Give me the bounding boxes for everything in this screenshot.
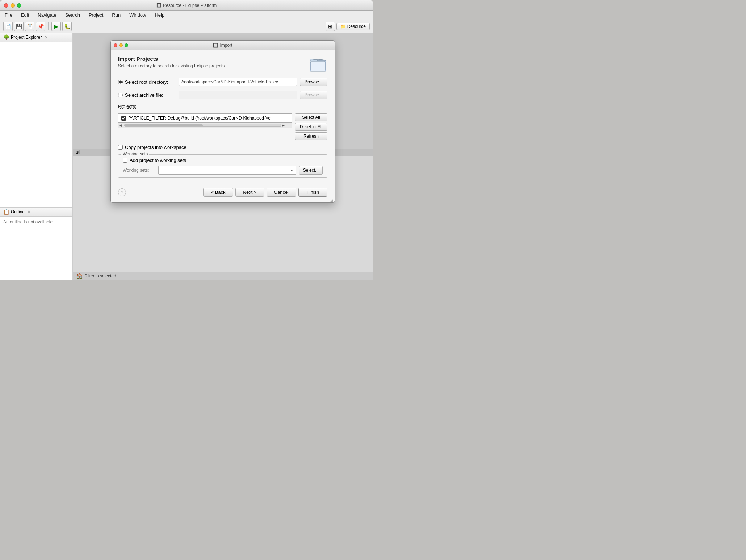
- maximize-button[interactable]: [17, 3, 21, 8]
- dialog-close-button[interactable]: [114, 43, 117, 47]
- toolbar-right: ⊞ 📁 Resource: [326, 22, 370, 31]
- archive-radio-label[interactable]: Select archive file:: [118, 92, 176, 98]
- dialog-min-button[interactable]: [119, 43, 123, 47]
- project-side-buttons: Select All Deselect All Refresh: [295, 113, 327, 140]
- refresh-button[interactable]: Refresh: [295, 132, 327, 140]
- dialog-titlebar: 🔲 Import: [111, 41, 335, 50]
- content-area: 🌳 Project Explorer ✕ 📋 Outline ✕ An outl…: [0, 33, 373, 280]
- archive-label: Select archive file:: [125, 92, 163, 98]
- add-ws-checkbox[interactable]: [123, 158, 127, 163]
- archive-browse-button[interactable]: Browse...: [300, 91, 327, 99]
- debug-button[interactable]: 🐛: [62, 22, 72, 31]
- root-dir-label: Select root directory:: [125, 79, 168, 85]
- main-window: 🔲 Resource - Eclipse Platform File Edit …: [0, 0, 373, 280]
- back-button[interactable]: < Back: [203, 188, 233, 197]
- minimize-button[interactable]: [11, 3, 15, 8]
- explorer-close-icon[interactable]: ✕: [45, 35, 48, 40]
- dialog-header-title: Import Projects: [118, 56, 226, 62]
- menu-edit[interactable]: Edit: [20, 12, 30, 18]
- dialog-body: Import Projects Select a directory to se…: [111, 50, 335, 184]
- cancel-button[interactable]: Cancel: [267, 188, 296, 197]
- working-sets-legend: Working sets: [121, 151, 149, 156]
- explorer-content: [0, 42, 72, 207]
- dialog-header-text: Import Projects Select a directory to se…: [118, 56, 226, 68]
- scrollbar-thumb[interactable]: [125, 124, 203, 126]
- root-dir-radio-label[interactable]: Select root directory:: [118, 79, 176, 85]
- outline-tab[interactable]: 📋 Outline ✕: [0, 208, 72, 217]
- menu-run[interactable]: Run: [110, 12, 122, 18]
- close-button[interactable]: [4, 3, 8, 8]
- resize-handle[interactable]: ◢: [330, 198, 335, 202]
- toolbar: 📄 💾 📋 📌 ▶ 🐛 ⊞ 📁 Resource: [0, 20, 373, 33]
- scroll-left-button[interactable]: ◀: [119, 124, 123, 127]
- ws-dropdown[interactable]: ▼: [158, 166, 296, 175]
- scrollbar-track[interactable]: [124, 124, 281, 127]
- dialog-overlay: 🔲 Import Import Projects Select a direct…: [73, 33, 373, 280]
- menu-file[interactable]: File: [3, 12, 14, 18]
- right-area: ath Location: [73, 33, 373, 280]
- help-button[interactable]: ?: [118, 188, 126, 196]
- ws-select-row: Working sets: ▼ Select...: [123, 166, 323, 175]
- window-title: 🔲 Resource - Eclipse Platform: [156, 3, 217, 8]
- root-dir-input[interactable]: [179, 78, 297, 86]
- dialog-header: Import Projects Select a directory to se…: [118, 56, 327, 73]
- projects-list-wrapper: PARTICLE_FILTER-Debug@build (/root/works…: [118, 113, 292, 128]
- menu-project[interactable]: Project: [87, 12, 105, 18]
- archive-input[interactable]: [179, 91, 297, 99]
- outline-close-icon[interactable]: ✕: [28, 210, 31, 214]
- ws-select-button[interactable]: Select...: [299, 166, 323, 175]
- projects-list[interactable]: PARTICLE_FILTER-Debug@build (/root/works…: [118, 113, 292, 123]
- working-sets-group: Working sets Add project to working sets…: [118, 154, 327, 178]
- outline-text: An outline is not available.: [0, 217, 72, 227]
- scroll-right-button[interactable]: ▶: [282, 124, 286, 127]
- project-checkbox[interactable]: [121, 116, 126, 121]
- dialog-title-icon: 🔲: [213, 43, 218, 48]
- finish-button[interactable]: Finish: [298, 188, 327, 197]
- dialog-footer: ? < Back Next > Cancel Finish: [111, 184, 335, 202]
- dialog-header-desc: Select a directory to search for existin…: [118, 63, 226, 68]
- import-dialog: 🔲 Import Import Projects Select a direct…: [110, 40, 335, 203]
- menu-search[interactable]: Search: [64, 12, 81, 18]
- project-item[interactable]: PARTICLE_FILTER-Debug@build (/root/works…: [119, 114, 291, 122]
- svg-rect-3: [311, 62, 325, 71]
- projects-label: Projects:: [118, 104, 327, 109]
- outline-panel: 📋 Outline ✕ An outline is not available.: [0, 207, 72, 280]
- select-all-button[interactable]: Select All: [295, 113, 327, 121]
- explorer-tab[interactable]: 🌳 Project Explorer ✕: [0, 33, 72, 42]
- menu-help[interactable]: Help: [153, 12, 166, 18]
- projects-list-inner: PARTICLE_FILTER-Debug@build (/root/works…: [118, 114, 292, 122]
- footer-buttons: < Back Next > Cancel Finish: [203, 188, 327, 197]
- archive-row: Select archive file: Browse...: [118, 91, 327, 99]
- next-button[interactable]: Next >: [235, 188, 264, 197]
- resource-label: Resource: [347, 24, 366, 29]
- menu-bar: File Edit Navigate Search Project Run Wi…: [0, 11, 373, 20]
- add-ws-row: Add project to working sets: [123, 158, 323, 163]
- copy-checkbox[interactable]: [118, 145, 123, 150]
- deselect-all-button[interactable]: Deselect All: [295, 123, 327, 131]
- run-button[interactable]: ▶: [51, 22, 61, 31]
- root-dir-radio[interactable]: [118, 80, 123, 84]
- resource-icon: 📁: [340, 24, 346, 29]
- toolbar-separator: [48, 22, 49, 30]
- folder-icon: [310, 57, 327, 72]
- menu-navigate[interactable]: Navigate: [36, 12, 58, 18]
- ws-dropdown-arrow: ▼: [290, 168, 294, 172]
- window-icon: 🔲: [156, 3, 162, 8]
- perspective-button[interactable]: ⊞: [326, 22, 335, 31]
- projects-scrollbar[interactable]: ◀ ▶: [118, 123, 292, 128]
- project-item-label: PARTICLE_FILTER-Debug@build (/root/works…: [128, 116, 271, 121]
- menu-window[interactable]: Window: [128, 12, 147, 18]
- copy-button[interactable]: 📋: [25, 22, 34, 31]
- archive-radio[interactable]: [118, 93, 123, 97]
- root-dir-browse-button[interactable]: Browse...: [300, 78, 327, 86]
- resource-button[interactable]: 📁 Resource: [336, 23, 370, 30]
- paste-button[interactable]: 📌: [36, 22, 45, 31]
- save-button[interactable]: 💾: [14, 22, 24, 31]
- copy-checkbox-row: Copy projects into workspace: [118, 145, 327, 150]
- new-button[interactable]: 📄: [3, 22, 13, 31]
- traffic-lights: [4, 3, 21, 8]
- explorer-icon: 🌳: [3, 34, 9, 40]
- dialog-max-button[interactable]: [125, 43, 128, 47]
- add-ws-label: Add project to working sets: [130, 158, 186, 163]
- dialog-title: 🔲 Import: [213, 43, 232, 48]
